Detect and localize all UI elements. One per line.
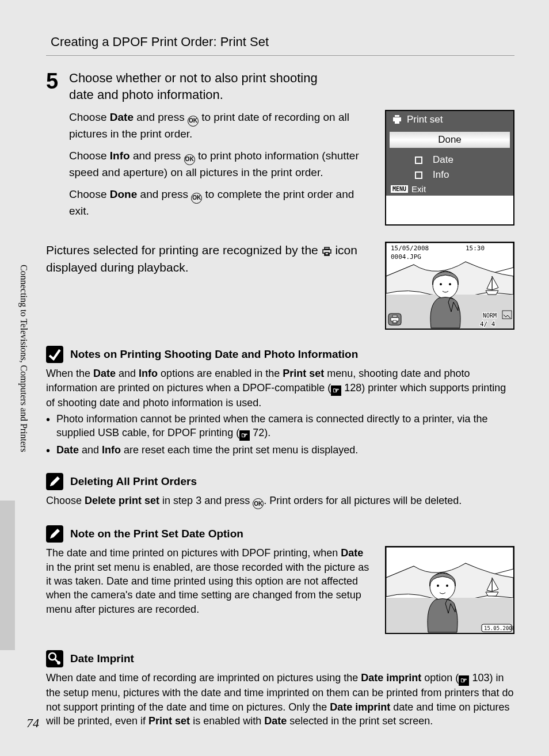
ok-icon: OK — [191, 193, 202, 204]
print-set-screen: Print set Done Date Info — [385, 110, 514, 226]
note-list-item: Photo information cannot be printed when… — [46, 412, 514, 441]
step-number: 5 — [46, 70, 69, 226]
svg-point-4 — [449, 283, 451, 285]
ok-icon: OK — [188, 116, 199, 127]
note-para: The date and time printed on pictures wi… — [46, 546, 373, 616]
screen-option-info[interactable]: Info — [386, 167, 513, 182]
note-title: Note on the Print Set Date Option — [70, 528, 243, 540]
ok-icon: OK — [253, 498, 264, 509]
screen-option-done[interactable]: Done — [390, 132, 510, 148]
screen-title: Print set — [407, 114, 443, 125]
page-number: 74 — [26, 716, 39, 731]
checkbox-icon — [415, 171, 422, 179]
svg-point-25 — [57, 661, 60, 665]
page-title: Creating a DPOF Print Order: Print Set — [51, 35, 514, 49]
note-title: Deleting All Print Orders — [70, 475, 197, 488]
svg-point-19 — [437, 585, 439, 587]
svg-text:NORM: NORM — [483, 312, 497, 319]
printer-icon — [392, 114, 402, 125]
section-sidebar-label: Connecting to Televisions, Computers and… — [18, 265, 29, 452]
ok-icon: OK — [184, 154, 195, 165]
page-ref-icon: ☞ — [239, 430, 250, 441]
note-list-item: Date and Info are reset each time the pr… — [46, 443, 514, 457]
note-para: When the Date and Info options are enabl… — [46, 366, 514, 409]
date-imprint-preview: 15.05.2008 — [385, 546, 514, 634]
divider — [46, 55, 514, 56]
checkbox-icon — [415, 156, 422, 164]
section-tab — [0, 501, 15, 650]
step-para-2: Choose Info and press OK to print photo … — [69, 148, 371, 180]
note-para: When date and time of recording are impr… — [46, 671, 514, 728]
svg-text:4/   4: 4/ 4 — [480, 320, 495, 328]
print-marker-icon — [322, 243, 332, 257]
page-ref-icon: ☞ — [331, 385, 341, 396]
step-heading: Choose whether or not to also print shoo… — [69, 70, 340, 103]
svg-rect-13 — [46, 346, 63, 363]
menu-badge-icon: MENU — [391, 185, 408, 193]
svg-text:15:30: 15:30 — [466, 245, 485, 252]
page-ref-icon: ☞ — [459, 675, 469, 686]
svg-point-3 — [440, 283, 442, 285]
recognized-text: Pictures selected for printing are recog… — [46, 242, 371, 276]
note-title: Date Imprint — [70, 652, 134, 665]
pencil-icon — [46, 525, 63, 543]
caution-icon — [46, 346, 63, 363]
step-para-1: Choose Date and press OK to print date o… — [69, 110, 371, 142]
svg-text:0004.JPG: 0004.JPG — [391, 253, 421, 261]
screen-option-date[interactable]: Date — [386, 152, 513, 167]
info-icon — [46, 650, 63, 667]
step-para-3: Choose Done and press OK to complete the… — [69, 187, 371, 219]
svg-text:15/05/2008: 15/05/2008 — [391, 245, 429, 252]
note-para: Choose Delete print set in step 3 and pr… — [46, 494, 514, 509]
screen-footer[interactable]: MENU Exit — [386, 182, 513, 196]
svg-point-20 — [446, 585, 448, 587]
note-title: Notes on Printing Shooting Date and Phot… — [70, 348, 358, 361]
pencil-icon — [46, 473, 63, 490]
svg-text:15.05.2008: 15.05.2008 — [484, 625, 514, 631]
playback-preview: 15/05/2008 15:30 0004.JPG NORM 4/ 4 — [385, 242, 514, 330]
